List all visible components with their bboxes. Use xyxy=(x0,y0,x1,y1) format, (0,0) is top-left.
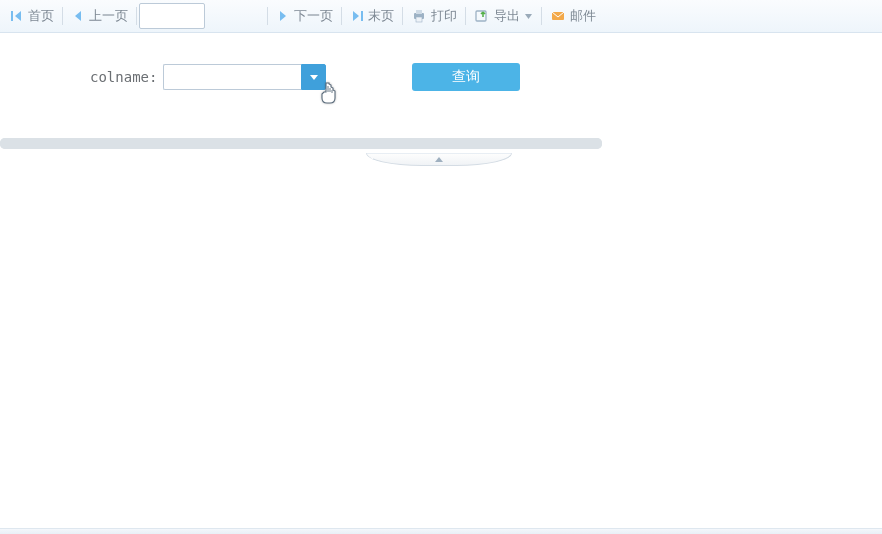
chevron-down-icon xyxy=(309,72,319,82)
svg-marker-13 xyxy=(435,157,443,162)
filter-bar: colname: 查询 xyxy=(0,33,882,111)
collapse-panel-handle[interactable] xyxy=(366,153,512,166)
prev-page-button[interactable]: 上一页 xyxy=(65,4,134,28)
export-icon xyxy=(474,8,490,24)
svg-rect-5 xyxy=(361,11,363,21)
separator xyxy=(267,7,268,25)
mail-icon xyxy=(550,8,566,24)
chevron-up-icon xyxy=(434,156,444,163)
first-page-button[interactable]: 首页 xyxy=(4,4,60,28)
print-icon xyxy=(411,8,427,24)
colname-label: colname: xyxy=(90,69,157,85)
svg-marker-10 xyxy=(525,14,532,19)
last-page-button[interactable]: 末页 xyxy=(344,4,400,28)
first-page-icon xyxy=(10,9,24,23)
export-label: 导出 xyxy=(494,7,520,25)
print-label: 打印 xyxy=(431,7,457,25)
colname-combobox xyxy=(163,64,326,90)
separator xyxy=(465,7,466,25)
svg-rect-8 xyxy=(416,17,422,22)
svg-marker-3 xyxy=(280,11,286,21)
pagination-toolbar: 首页 上一页 下一页 末页 打印 导出 xyxy=(0,0,882,33)
horizontal-scrollbar[interactable] xyxy=(0,138,602,149)
first-page-label: 首页 xyxy=(28,7,54,25)
mail-button[interactable]: 邮件 xyxy=(544,4,602,28)
svg-marker-2 xyxy=(75,11,81,21)
query-button[interactable]: 查询 xyxy=(412,63,520,91)
separator xyxy=(541,7,542,25)
svg-rect-0 xyxy=(11,11,13,21)
svg-marker-4 xyxy=(353,11,359,21)
svg-rect-7 xyxy=(416,10,422,14)
chevron-down-icon xyxy=(524,12,533,21)
svg-marker-1 xyxy=(15,11,21,21)
next-page-icon xyxy=(276,9,290,23)
prev-page-label: 上一页 xyxy=(89,7,128,25)
separator xyxy=(136,7,137,25)
next-page-button[interactable]: 下一页 xyxy=(270,4,339,28)
status-bar xyxy=(0,528,882,534)
colname-dropdown-button[interactable] xyxy=(301,64,326,90)
next-page-label: 下一页 xyxy=(294,7,333,25)
print-button[interactable]: 打印 xyxy=(405,4,463,28)
export-button[interactable]: 导出 xyxy=(468,4,539,28)
prev-page-icon xyxy=(71,9,85,23)
separator xyxy=(341,7,342,25)
last-page-icon xyxy=(350,9,364,23)
colname-input[interactable] xyxy=(163,64,301,90)
svg-marker-12 xyxy=(310,75,318,80)
query-button-label: 查询 xyxy=(452,68,480,86)
separator xyxy=(402,7,403,25)
last-page-label: 末页 xyxy=(368,7,394,25)
scrollbar-thumb[interactable] xyxy=(0,138,602,149)
separator xyxy=(62,7,63,25)
page-number-input[interactable] xyxy=(139,3,205,29)
mail-label: 邮件 xyxy=(570,7,596,25)
